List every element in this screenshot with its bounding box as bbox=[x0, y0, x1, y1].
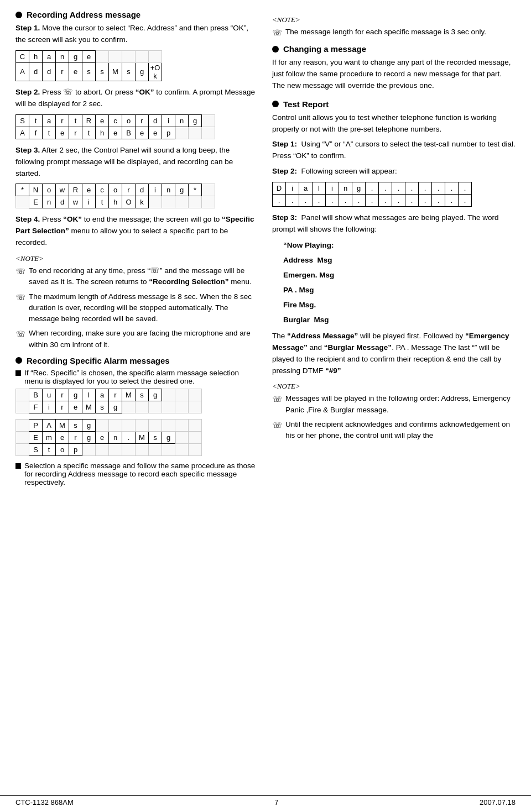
grid-cell-empty bbox=[202, 114, 215, 127]
grid-cell: d bbox=[29, 62, 43, 81]
grid-cell: k bbox=[136, 196, 149, 208]
playing-item-5: Fire Msg. bbox=[283, 300, 516, 311]
sub-bullet-1: If “Rec. Specific” is chosen, the specif… bbox=[15, 369, 259, 385]
grid-row: S t a r t R e c o r d i n g bbox=[16, 114, 215, 127]
sub-bullet-2: Selection a specific message and follow … bbox=[15, 462, 259, 486]
grid-cell-empty bbox=[122, 50, 136, 62]
grid-cell: o bbox=[56, 443, 69, 455]
grid-cell: e bbox=[56, 431, 69, 443]
grid-row: B u r g l a r M s g bbox=[16, 389, 202, 401]
grid-cell-empty bbox=[109, 419, 122, 431]
heading-changing-text: Changing a message bbox=[283, 44, 366, 54]
heading-recording-address: Recording Address message bbox=[15, 10, 259, 19]
grid-cell-empty bbox=[16, 389, 29, 401]
grid-cell: g bbox=[136, 62, 149, 81]
grid-cell: M bbox=[136, 431, 149, 443]
grid-cell: g bbox=[69, 389, 82, 401]
grid-cell: d bbox=[136, 184, 149, 196]
right-step2-text: Following screen will appear: bbox=[301, 167, 397, 175]
note-item-1: ☏ To end recoridng at any time, press “☏… bbox=[15, 265, 259, 288]
grid-cell-empty bbox=[122, 443, 136, 455]
grid-row: P A M s g bbox=[16, 419, 202, 431]
grid-cell: e bbox=[136, 127, 149, 139]
grid-cell-empty bbox=[175, 196, 189, 208]
grid-cell-empty bbox=[96, 419, 109, 431]
right-step3-para: Step 3: Panel will show what messages ar… bbox=[272, 212, 516, 235]
note-block-1: <NOTE> ☏ To end recoridng at any time, p… bbox=[15, 254, 259, 350]
grid-cell: g bbox=[352, 182, 366, 195]
grid-cell-empty bbox=[16, 401, 29, 413]
grid-cell: . bbox=[392, 195, 405, 207]
note-title-1: <NOTE> bbox=[15, 254, 259, 263]
grid-start-recording: S t a r t R e c o r d i n g A bbox=[15, 114, 215, 139]
grid-cell: P bbox=[29, 419, 43, 431]
grid-cell: N bbox=[29, 184, 43, 196]
grid-cell-empty bbox=[162, 389, 175, 401]
grid-cell: F bbox=[29, 401, 43, 413]
grid-cell-empty bbox=[189, 419, 202, 431]
grid-cell: g bbox=[149, 389, 162, 401]
phone-icon-2: ☏ bbox=[15, 292, 25, 325]
grid-cell: e bbox=[109, 127, 122, 139]
playing-item-6: Burglar Msg bbox=[283, 315, 516, 326]
grid-cell-empty bbox=[149, 419, 162, 431]
grid-cell-empty bbox=[189, 431, 202, 443]
two-column-layout: Recording Address message Step 1. Move t… bbox=[15, 10, 516, 490]
grid-cell: +O k bbox=[149, 62, 162, 81]
grid-cell-empty bbox=[96, 50, 109, 62]
note-item-3: ☏ When recording, make sure you are faci… bbox=[15, 328, 259, 350]
grid-cell: a bbox=[96, 389, 109, 401]
grid-row: S t o p bbox=[16, 443, 202, 455]
grid-cell: C bbox=[16, 50, 29, 62]
grid-cell-empty bbox=[162, 196, 175, 208]
grid-cell: n bbox=[109, 431, 122, 443]
grid-cell: * bbox=[189, 184, 202, 196]
grid-cell: D bbox=[273, 182, 286, 195]
note-title-right-2: <NOTE> bbox=[272, 382, 516, 391]
page-container: Recording Address message Step 1. Move t… bbox=[0, 0, 531, 812]
right-step1-para: Step 1: Using “V” or “Λ” cursors to sele… bbox=[272, 139, 516, 162]
grid-cell: a bbox=[299, 182, 313, 195]
grid-cell: R bbox=[82, 114, 96, 127]
grid-cell-empty bbox=[189, 401, 202, 413]
changing-para: If for any reason, you want to change an… bbox=[272, 57, 516, 92]
footer-center: 7 bbox=[274, 798, 278, 806]
step4-label: Step 4. bbox=[15, 215, 40, 223]
note-item-right-2: ☏ Messages will be played in the followi… bbox=[272, 393, 516, 416]
phone-icon-1: ☏ bbox=[15, 266, 25, 288]
grid-change-address: C h a n g e A d d r e bbox=[15, 50, 162, 81]
grid-cell: O bbox=[122, 196, 136, 208]
grid-cell: . bbox=[379, 195, 392, 207]
grid-cell: h bbox=[29, 50, 43, 62]
grid-cell: i bbox=[286, 182, 299, 195]
right-step1-label: Step 1: bbox=[272, 140, 297, 148]
grid-cell: m bbox=[43, 431, 56, 443]
grid-cell: S bbox=[29, 443, 43, 455]
grid-cell-empty bbox=[16, 419, 29, 431]
grid-cell: . bbox=[366, 195, 379, 207]
grid-cell-empty bbox=[109, 443, 122, 455]
grid-cell: l bbox=[82, 389, 96, 401]
heading-test-report: Test Report bbox=[272, 99, 516, 109]
grid-cell: r bbox=[56, 401, 69, 413]
grid-cell: . bbox=[339, 195, 352, 207]
grid-cell-empty bbox=[202, 184, 215, 196]
grid-cell: . bbox=[445, 195, 459, 207]
grid-cell: o bbox=[43, 184, 56, 196]
step1-text: Move the cursor to select “Rec. Address”… bbox=[15, 24, 248, 44]
grid-cell: c bbox=[109, 114, 122, 127]
playing-list: “Now Playing: Address Msg Emergen. Msg P… bbox=[272, 240, 516, 326]
bullet-icon-changing bbox=[272, 46, 279, 53]
grid-cell: g bbox=[69, 50, 82, 62]
grid-cell: p bbox=[162, 127, 175, 139]
note-item-right-3: ☏ Until the recipient acknowledges and c… bbox=[272, 419, 516, 442]
note-text-1: To end recoridng at any time, press “☏” … bbox=[29, 265, 259, 288]
grid-cell: i bbox=[326, 182, 339, 195]
grid-cell-empty bbox=[16, 443, 29, 455]
grid-cell: r bbox=[69, 127, 82, 139]
phone-icon-right-1: ☏ bbox=[272, 27, 282, 39]
grid-cell-empty bbox=[16, 431, 29, 443]
grid-cell: E bbox=[29, 431, 43, 443]
grid-cell: . bbox=[392, 182, 405, 195]
grid-cell: e bbox=[149, 127, 162, 139]
